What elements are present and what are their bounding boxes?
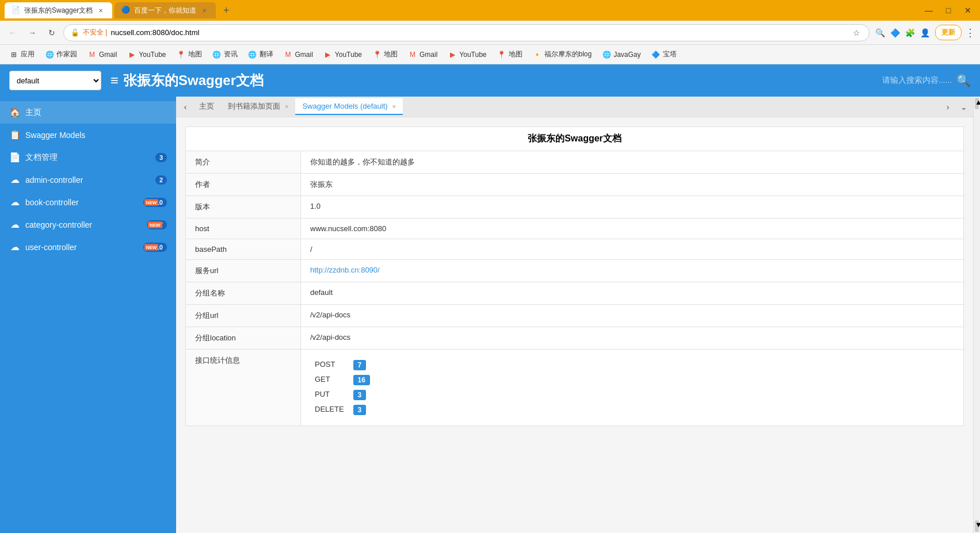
scroll-up-button[interactable]: ▲ — [975, 98, 979, 109]
bookmark-gmail3[interactable]: M Gmail — [403, 48, 442, 62]
bookmark-apps[interactable]: ⊞ 应用 — [5, 47, 39, 62]
label-basepath: basePath — [186, 239, 301, 260]
update-button[interactable]: 更新 — [935, 25, 962, 40]
sidebar-label-admin: admin-controller — [25, 175, 151, 185]
scroll-down-button[interactable]: ▼ — [975, 520, 979, 532]
back-button[interactable]: ← — [5, 25, 21, 41]
gmail1-icon: M — [87, 50, 97, 59]
label-version: 版本 — [186, 196, 301, 218]
method-row-post: POST 7 — [310, 358, 375, 373]
tab-label-add-book: 到书籍添加页面 — [228, 101, 280, 112]
gmail3-icon: M — [408, 50, 417, 59]
swagger-models-icon: 📋 — [9, 129, 21, 140]
sidebar-item-book-controller[interactable]: ☁ book-controller 10 — [0, 191, 176, 213]
sidebar-item-admin-controller[interactable]: ☁ admin-controller 2 — [0, 168, 176, 191]
value-jianjie: 你知道的越多，你不知道的越多 — [301, 151, 964, 174]
url-bar[interactable]: 🔓 不安全 | nucsell.com:8080/doc.html ☆ — [63, 24, 870, 41]
sidebar-item-swagger-models[interactable]: 📋 Swagger Models — [0, 124, 176, 146]
fuermo-icon: 🔸 — [533, 50, 542, 59]
bookmark-baota[interactable]: 🔷 宝塔 — [647, 47, 681, 62]
bookmark-javagay[interactable]: 🌐 JavaGay — [597, 48, 645, 62]
new-tab-button[interactable]: + — [218, 2, 234, 18]
bookmark-fuermo[interactable]: 🔸 福尔摩东的blog — [528, 47, 597, 62]
method-label-post: POST — [310, 358, 349, 373]
method-row-put: PUT 3 — [310, 388, 375, 402]
bookmark-zuojia[interactable]: 🌐 作家园 — [40, 47, 82, 62]
scroll-track[interactable] — [974, 110, 980, 519]
tabs-prev-button[interactable]: ‹ — [178, 100, 192, 114]
method-badge-delete: 3 — [353, 405, 367, 415]
tab-swagger-models[interactable]: Swagger Models (default) × — [295, 98, 403, 115]
swagger-title-text: 张振东的Swagger文档 — [123, 71, 264, 90]
search-ext-icon[interactable]: 🔍 — [873, 26, 887, 40]
info-row-groupname: 分组名称 default — [186, 282, 964, 305]
bookmark-gmail2[interactable]: M Gmail — [279, 48, 318, 62]
tab-zhuyè[interactable]: 主页 — [192, 98, 221, 116]
tab-swagger[interactable]: 📄 张振东的Swagger文档 ✕ — [5, 2, 112, 18]
sidebar-label-swagger-models: Swagger Models — [25, 131, 167, 140]
profile-ext-icon[interactable]: 🔷 — [888, 26, 902, 40]
forward-button[interactable]: → — [24, 25, 40, 41]
info-row-groupurl: 分组url /v2/api-docs — [186, 305, 964, 327]
swagger-search-placeholder: 请输入搜索内容...... — [882, 75, 952, 86]
label-serviceurl: 服务url — [186, 260, 301, 282]
bookmark-gmail1[interactable]: M Gmail — [83, 48, 121, 62]
tab-label-swagger-models-tab: Swagger Models (default) — [302, 102, 387, 110]
close-button[interactable]: ✕ — [960, 3, 975, 18]
bookmark-youtube2[interactable]: ▶ YouTube — [319, 48, 367, 62]
bookmark-map2[interactable]: 📍 地图 — [368, 47, 402, 62]
tabs-next-button[interactable]: › — [941, 100, 955, 114]
info-row-serviceurl: 服务url http://zzdnb.cn:8090/ — [186, 260, 964, 282]
map1-icon: 📍 — [177, 50, 186, 59]
sidebar-label-home: 主页 — [25, 108, 167, 118]
scrollbar[interactable]: ▲ ▼ — [973, 97, 980, 533]
reload-button[interactable]: ↻ — [44, 25, 60, 41]
label-jianjie: 简介 — [186, 151, 301, 174]
title-bar: 📄 张振东的Swagger文档 ✕ 🔵 百度一下，你就知道 ✕ + — □ ✕ — [0, 0, 980, 21]
tab-add-book[interactable]: 到书籍添加页面 × — [221, 98, 295, 116]
doc-mgmt-icon: 📄 — [9, 152, 21, 163]
bookmark-map1[interactable]: 📍 地图 — [172, 47, 207, 62]
bookmark-youtube1[interactable]: ▶ YouTube — [123, 48, 170, 62]
sidebar-item-category-controller[interactable]: ☁ category-controller 7 — [0, 213, 176, 236]
bookmark-fanyi[interactable]: 🌐 翻译 — [243, 47, 278, 62]
bookmark-label-map3: 地图 — [509, 49, 523, 59]
puzzle-ext-icon[interactable]: 🧩 — [903, 26, 917, 40]
tab-favicon-baidu: 🔵 — [121, 6, 131, 15]
tabs-expand-button[interactable]: ⌄ — [957, 100, 971, 114]
tab-close-swagger[interactable]: ✕ — [96, 6, 105, 15]
swagger-search-icon[interactable]: 🔍 — [956, 74, 971, 87]
method-badge-put: 3 — [353, 390, 367, 400]
main-layout: 🏠 主页 📋 Swagger Models 📄 文档管理 3 ☁ admin-c… — [0, 97, 980, 533]
minimize-button[interactable]: — — [921, 3, 936, 18]
bookmark-zixun[interactable]: 🌐 资讯 — [208, 47, 242, 62]
value-zuozhe: 张振东 — [301, 174, 964, 196]
bookmark-label-javagay: JavaGay — [613, 51, 640, 59]
bookmark-map3[interactable]: 📍 地图 — [493, 47, 527, 62]
tab-baidu[interactable]: 🔵 百度一下，你就知道 ✕ — [115, 2, 216, 18]
bookmark-label-fuermo: 福尔摩东的blog — [544, 49, 592, 59]
sidebar-label-doc-mgmt: 文档管理 — [25, 152, 151, 163]
bookmark-label-youtube2: YouTube — [335, 51, 362, 59]
bookmark-star-icon[interactable]: ☆ — [851, 27, 862, 39]
label-grouplocation: 分组location — [186, 327, 301, 350]
tab-close-swagger-models[interactable]: × — [392, 103, 396, 110]
tab-close-baidu[interactable]: ✕ — [200, 6, 209, 15]
zuojia-icon: 🌐 — [45, 50, 54, 59]
value-groupurl: /v2/api-docs — [301, 305, 964, 327]
method-count-post: 7 — [349, 358, 375, 373]
home-icon: 🏠 — [9, 107, 21, 118]
maximize-button[interactable]: □ — [941, 3, 956, 18]
menu-button[interactable]: ⋮ — [965, 26, 975, 39]
sidebar-item-home[interactable]: 🏠 主页 — [0, 101, 176, 124]
swagger-search: 请输入搜索内容...... 🔍 — [882, 74, 971, 87]
sidebar-item-user-controller[interactable]: ☁ user-controller 10 — [0, 236, 176, 258]
info-row-methods: 接口统计信息 POST 7 — [186, 350, 964, 426]
method-count-put: 3 — [349, 388, 375, 402]
bookmark-youtube3[interactable]: ▶ YouTube — [443, 48, 491, 62]
swagger-select[interactable]: default — [9, 71, 101, 90]
service-url-link[interactable]: http://zzdnb.cn:8090/ — [310, 266, 380, 274]
sidebar-item-doc-mgmt[interactable]: 📄 文档管理 3 — [0, 146, 176, 168]
user-profile-icon[interactable]: 👤 — [918, 26, 932, 40]
tab-close-add-book[interactable]: × — [285, 103, 288, 110]
